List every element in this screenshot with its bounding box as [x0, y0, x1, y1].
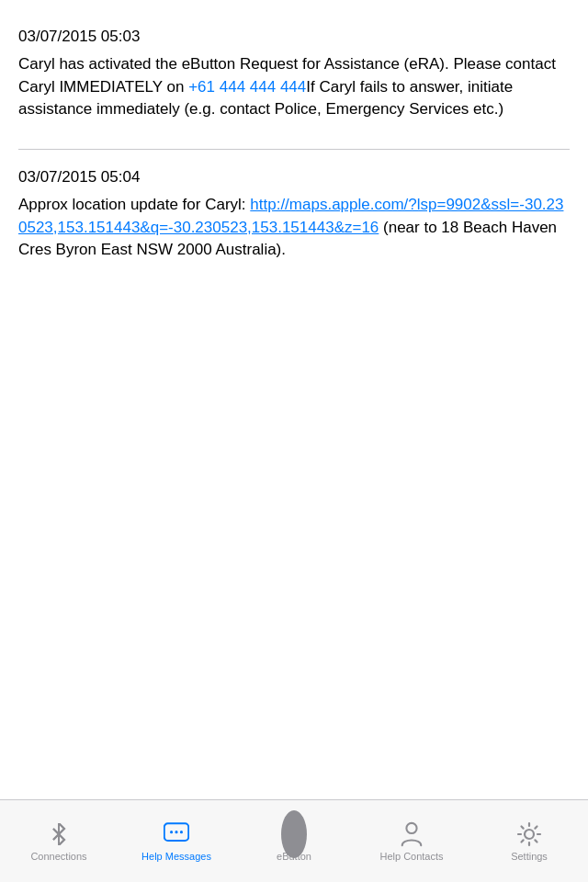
- message-block-1: 03/07/2015 05:03 Caryl has activated the…: [18, 18, 570, 140]
- tab-connections-label: Connections: [30, 851, 86, 862]
- message-text-1: Caryl has activated the eButton Request …: [18, 53, 570, 121]
- svg-point-2: [175, 831, 177, 833]
- tab-help-contacts-label: Help Contacts: [379, 851, 443, 862]
- map-link[interactable]: http://maps.apple.com/?lsp=9902&ssl=-30.…: [18, 196, 563, 236]
- phone-link-1[interactable]: +61 444 444 444: [188, 78, 306, 96]
- tab-help-messages-label: Help Messages: [141, 851, 211, 862]
- svg-point-5: [525, 830, 534, 839]
- tab-settings-label: Settings: [511, 851, 548, 862]
- tab-help-messages[interactable]: Help Messages: [118, 800, 235, 882]
- person-icon: [399, 821, 424, 847]
- timestamp-1: 03/07/2015 05:03: [18, 28, 570, 46]
- tab-help-contacts[interactable]: Help Contacts: [353, 800, 470, 882]
- message-text-2: Approx location update for Caryl: http:/…: [18, 194, 570, 262]
- tab-ebutton-label: eButton: [277, 851, 311, 862]
- tab-bar: Connections Help Messages eButton: [0, 799, 588, 882]
- tab-connections[interactable]: Connections: [0, 800, 118, 882]
- gear-icon: [516, 821, 542, 847]
- svg-point-4: [406, 822, 416, 832]
- messages-icon: [164, 821, 189, 847]
- ebutton-icon: [281, 821, 307, 847]
- message-block-2: 03/07/2015 05:04 Approx location update …: [18, 149, 570, 280]
- tab-settings[interactable]: Settings: [470, 800, 588, 882]
- tab-ebutton[interactable]: eButton: [235, 800, 353, 882]
- svg-point-3: [180, 831, 183, 833]
- timestamp-2: 03/07/2015 05:04: [18, 168, 570, 187]
- svg-point-1: [170, 831, 173, 833]
- content-area: 03/07/2015 05:03 Caryl has activated the…: [0, 0, 588, 799]
- bluetooth-icon: [46, 821, 72, 847]
